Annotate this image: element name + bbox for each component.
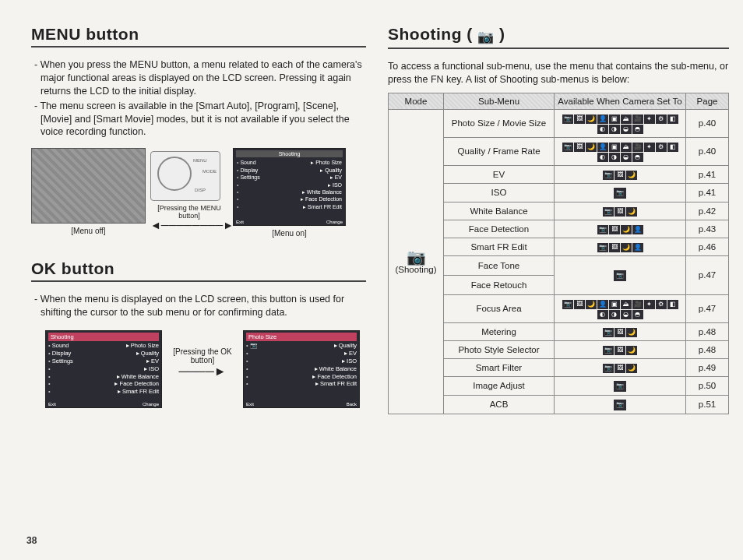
press-menu-label: [Pressing the MENU button]	[150, 204, 228, 220]
avail-cell: 📷	[555, 395, 686, 414]
th-submenu: Sub-Menu	[444, 93, 555, 109]
page-cell: p.47	[686, 294, 729, 322]
page-cell: p.42	[686, 202, 729, 220]
page-cell: p.41	[686, 165, 729, 183]
shooting-heading: Shooting ( 📷 )	[388, 25, 729, 49]
caption-menu-off: [Menu off]	[31, 227, 146, 235]
submenu-cell: ACB	[444, 395, 555, 414]
menu-p2: - The menu screen is available in the [S…	[31, 100, 366, 139]
submenu-cell: Photo Size / Movie Size	[444, 109, 555, 137]
submenu-cell: ISO	[444, 183, 555, 202]
page-cell: p.41	[686, 183, 729, 202]
double-arrow-icon: ◄────────►	[150, 220, 220, 231]
arrow-right-icon: ────►	[170, 365, 235, 379]
shooting-intro: To access a functional sub-menu, use the…	[388, 60, 729, 86]
submenu-cell: Face Detection	[444, 220, 555, 238]
page-cell: p.48	[686, 322, 729, 340]
submenu-cell: Photo Style Selector	[444, 340, 555, 358]
lcd-photo-off	[31, 148, 146, 224]
ok-button-body: - When the menu is displayed on the LCD …	[31, 293, 366, 319]
page-cell: p.47	[686, 255, 729, 294]
shooting-submenu-table: Mode Sub-Menu Available When Camera Set …	[388, 93, 729, 414]
label-disp: DISP	[195, 188, 206, 192]
lcd-menu-on: Shooting SoundPhoto Size DisplayQuality …	[233, 148, 346, 226]
panel-header: Shooting	[236, 150, 343, 157]
camera-icon: 📷	[392, 249, 440, 265]
menu-button-heading: MENU button	[31, 25, 366, 48]
ok-p1: - When the menu is displayed on the LCD …	[31, 293, 366, 319]
press-ok-label: [Pressing the OK button]	[170, 347, 235, 365]
menu-button-body: - When you press the MENU button, a menu…	[31, 58, 366, 139]
submenu-cell: Focus Area	[444, 294, 555, 322]
avail-cell: 📷🖼🌙	[555, 322, 686, 340]
avail-cell: 📷🖼🌙👤▣⛰🎥✦⚙◧◐◑◒◓	[555, 137, 686, 165]
ok-panel-before: Shooting SoundPhoto Size DisplayQuality …	[45, 330, 162, 408]
avail-cell: 📷🖼🌙	[555, 340, 686, 358]
avail-cell: 📷🖼🌙	[555, 202, 686, 220]
avail-cell: 📷🖼🌙👤▣⛰🎥✦⚙◧◐◑◒◓	[555, 109, 686, 137]
ok-button-heading: OK button	[31, 259, 366, 282]
submenu-cell: Smart FR Edit	[444, 238, 555, 255]
submenu-cell: Image Adjust	[444, 376, 555, 395]
ok-panel-after: Photo Size 📷Quality EV ISO White Balance…	[243, 330, 360, 408]
page-cell: p.40	[686, 109, 729, 137]
th-available: Available When Camera Set To	[555, 93, 686, 109]
ok-figure-row: Shooting SoundPhoto Size DisplayQuality …	[45, 330, 366, 408]
avail-cell: 📷	[555, 255, 686, 294]
avail-cell: 📷	[555, 183, 686, 202]
submenu-cell: White Balance	[444, 202, 555, 220]
caption-menu-on: [Menu on]	[233, 229, 346, 238]
label-menu: MENU	[193, 158, 207, 163]
avail-cell: 📷🖼🌙👤	[555, 220, 686, 238]
avail-cell: 📷🖼🌙	[555, 358, 686, 376]
page-cell: p.50	[686, 376, 729, 395]
avail-cell: 📷🖼🌙👤▣⛰🎥✦⚙◧◐◑◒◓	[555, 294, 686, 322]
avail-cell: 📷	[555, 376, 686, 395]
table-row: 📷(Shooting)Photo Size / Movie Size📷🖼🌙👤▣⛰…	[389, 109, 729, 137]
page-number: 38	[26, 535, 37, 546]
page-cell: p.43	[686, 220, 729, 238]
page-cell: p.49	[686, 358, 729, 376]
submenu-cell: Quality / Frame Rate	[444, 137, 555, 165]
page-cell: p.48	[686, 340, 729, 358]
label-mode: MODE	[202, 169, 217, 174]
th-page: Page	[686, 93, 729, 109]
camera-icon: 📷	[477, 30, 495, 44]
submenu-cell: Face ToneFace Retouch	[444, 255, 555, 294]
page-cell: p.46	[686, 238, 729, 255]
avail-cell: 📷🖼🌙👤	[555, 238, 686, 255]
page-cell: p.40	[686, 137, 729, 165]
menu-p1: - When you press the MENU button, a menu…	[31, 58, 366, 98]
submenu-cell: EV	[444, 165, 555, 183]
page-cell: p.51	[686, 395, 729, 414]
camera-back-diagram: MENU MODE DISP	[150, 151, 220, 201]
th-mode: Mode	[389, 93, 444, 109]
mode-cell: 📷(Shooting)	[389, 109, 444, 414]
menu-figure-row: [Menu off] MENU MODE DISP [Pressing the …	[31, 148, 366, 238]
avail-cell: 📷🖼🌙	[555, 165, 686, 183]
submenu-cell: Smart Filter	[444, 358, 555, 376]
submenu-cell: Metering	[444, 322, 555, 340]
